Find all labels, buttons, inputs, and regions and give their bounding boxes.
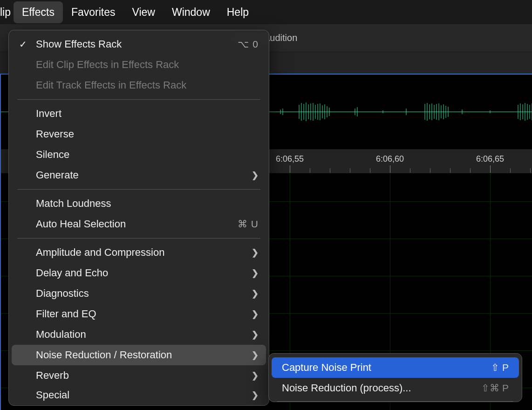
check-icon: ✓ (19, 39, 27, 50)
menuitem-filter-eq[interactable]: Filter and EQ ❯ (9, 304, 269, 324)
submenuitem-label: Noise Reduction (process)... (282, 382, 411, 394)
menuitem-delay-echo[interactable]: Delay and Echo ❯ (9, 263, 269, 283)
menuitem-label: Special (36, 389, 69, 401)
menuitem-edit-track-effects: Edit Track Effects in Effects Rack (9, 75, 269, 96)
chevron-right-icon: ❯ (252, 288, 259, 299)
menuitem-modulation[interactable]: Modulation ❯ (9, 324, 269, 345)
menuitem-show-effects-rack[interactable]: ✓ Show Effects Rack ⌥ 0 (9, 34, 269, 55)
menu-window[interactable]: Window (164, 1, 218, 23)
submenuitem-shortcut: ⇧⌘ P (481, 383, 509, 394)
ruler-label: 6:06,60 (376, 154, 404, 164)
chevron-right-icon: ❯ (252, 309, 259, 319)
menuitem-label: Auto Heal Selection (36, 218, 126, 230)
chevron-right-icon: ❯ (252, 390, 259, 400)
chevron-right-icon: ❯ (252, 350, 259, 360)
menuitem-reverb[interactable]: Reverb ❯ (9, 365, 269, 386)
menuitem-label: Show Effects Rack (36, 38, 122, 50)
menuitem-match-loudness[interactable]: Match Loudness (9, 193, 269, 214)
chevron-right-icon: ❯ (252, 247, 259, 258)
menuitem-silence[interactable]: Silence (9, 144, 269, 165)
menu-clip-partial[interactable]: lip (0, 1, 14, 23)
menu-favorites[interactable]: Favorites (63, 1, 124, 23)
menuitem-label: Edit Track Effects in Effects Rack (36, 79, 186, 91)
menuitem-label: Reverse (36, 128, 74, 140)
chevron-right-icon: ❯ (252, 170, 259, 180)
menuitem-label: Match Loudness (36, 198, 111, 210)
menuitem-noise-reduction[interactable]: Noise Reduction / Restoration ❯ (12, 345, 266, 365)
menuitem-label: Modulation (36, 328, 86, 341)
menuitem-label: Noise Reduction / Restoration (36, 349, 172, 361)
chevron-right-icon: ❯ (252, 268, 259, 278)
chevron-right-icon: ❯ (252, 329, 259, 340)
chevron-right-icon: ❯ (252, 370, 259, 381)
menu-effects[interactable]: Effects (14, 1, 63, 23)
menuitem-label: Filter and EQ (36, 308, 96, 320)
menuitem-label: Delay and Echo (36, 267, 108, 279)
submenuitem-noise-reduction-process[interactable]: Noise Reduction (process)... ⇧⌘ P (272, 378, 519, 398)
menuitem-label: Edit Clip Effects in Effects Rack (36, 59, 179, 71)
menu-separator (17, 99, 260, 100)
menuitem-diagnostics[interactable]: Diagnostics ❯ (9, 283, 269, 304)
menuitem-amplitude-compression[interactable]: Amplitude and Compression ❯ (9, 242, 269, 263)
submenuitem-capture-noise-print[interactable]: Capture Noise Print ⇧ P (272, 357, 519, 378)
menuitem-label: Diagnostics (36, 287, 89, 300)
menuitem-generate[interactable]: Generate ❯ (9, 165, 269, 185)
submenuitem-shortcut: ⇧ P (491, 362, 509, 373)
effects-dropdown: ✓ Show Effects Rack ⌥ 0 Edit Clip Effect… (8, 30, 269, 406)
menuitem-invert[interactable]: Invert (9, 103, 269, 124)
menuitem-label: Invert (36, 108, 61, 120)
ruler-label: 6:06,55 (276, 154, 304, 164)
menu-view[interactable]: View (124, 1, 164, 23)
menuitem-reverse[interactable]: Reverse (9, 124, 269, 144)
menuitem-label: Reverb (36, 369, 69, 382)
menu-help[interactable]: Help (218, 1, 257, 23)
menu-separator (277, 401, 513, 402)
ruler-label: 6:06,65 (476, 154, 504, 164)
menuitem-auto-heal[interactable]: Auto Heal Selection ⌘ U (9, 214, 269, 234)
submenuitem-label: Capture Noise Print (282, 362, 371, 374)
menuitem-shortcut: ⌘ U (238, 219, 259, 230)
menuitem-special[interactable]: Special ❯ (9, 386, 269, 402)
menuitem-shortcut: ⌥ 0 (238, 39, 259, 50)
noise-reduction-submenu: Capture Noise Print ⇧ P Noise Reduction … (268, 353, 522, 402)
menu-separator (17, 189, 260, 190)
menuitem-label: Silence (36, 149, 69, 161)
menu-separator (17, 238, 260, 239)
menubar: lip Effects Favorites View Window Help (0, 0, 532, 24)
menuitem-label: Generate (36, 169, 79, 181)
menuitem-edit-clip-effects: Edit Clip Effects in Effects Rack (9, 55, 269, 75)
menuitem-label: Amplitude and Compression (36, 246, 164, 259)
